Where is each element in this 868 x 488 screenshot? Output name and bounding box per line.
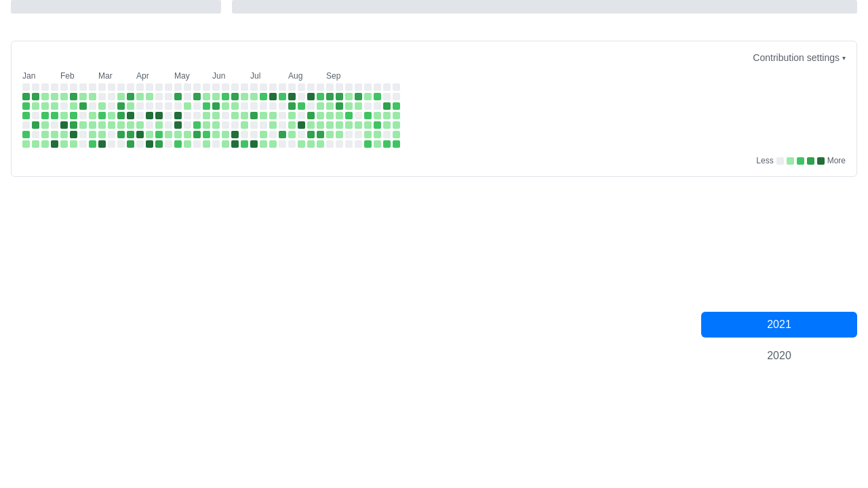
day-cell[interactable] xyxy=(60,131,68,138)
day-cell[interactable] xyxy=(165,121,172,129)
day-cell[interactable] xyxy=(32,83,39,91)
day-cell[interactable] xyxy=(32,102,39,110)
day-cell[interactable] xyxy=(22,83,30,91)
day-cell[interactable] xyxy=(127,83,134,91)
day-cell[interactable] xyxy=(241,93,248,100)
day-cell[interactable] xyxy=(155,102,163,110)
day-cell[interactable] xyxy=(117,112,125,119)
day-cell[interactable] xyxy=(41,83,49,91)
day-cell[interactable] xyxy=(241,140,248,148)
day-cell[interactable] xyxy=(174,140,182,148)
day-cell[interactable] xyxy=(155,83,163,91)
day-cell[interactable] xyxy=(250,83,258,91)
day-cell[interactable] xyxy=(203,140,210,148)
day-cell[interactable] xyxy=(41,140,49,148)
day-cell[interactable] xyxy=(231,112,239,119)
day-cell[interactable] xyxy=(98,93,106,100)
day-cell[interactable] xyxy=(298,102,305,110)
day-cell[interactable] xyxy=(336,93,343,100)
day-cell[interactable] xyxy=(51,140,58,148)
day-cell[interactable] xyxy=(355,140,362,148)
day-cell[interactable] xyxy=(317,121,324,129)
day-cell[interactable] xyxy=(79,112,87,119)
day-cell[interactable] xyxy=(269,121,277,129)
day-cell[interactable] xyxy=(231,102,239,110)
day-cell[interactable] xyxy=(364,140,372,148)
day-cell[interactable] xyxy=(355,131,362,138)
day-cell[interactable] xyxy=(155,93,163,100)
day-cell[interactable] xyxy=(288,83,296,91)
day-cell[interactable] xyxy=(288,131,296,138)
day-cell[interactable] xyxy=(317,93,324,100)
day-cell[interactable] xyxy=(241,131,248,138)
day-cell[interactable] xyxy=(165,131,172,138)
day-cell[interactable] xyxy=(212,140,220,148)
day-cell[interactable] xyxy=(108,102,115,110)
day-cell[interactable] xyxy=(203,131,210,138)
day-cell[interactable] xyxy=(317,112,324,119)
day-cell[interactable] xyxy=(22,93,30,100)
day-cell[interactable] xyxy=(307,131,315,138)
day-cell[interactable] xyxy=(231,131,239,138)
day-cell[interactable] xyxy=(222,93,229,100)
day-cell[interactable] xyxy=(250,93,258,100)
day-cell[interactable] xyxy=(383,121,391,129)
day-cell[interactable] xyxy=(89,112,96,119)
day-cell[interactable] xyxy=(317,131,324,138)
day-cell[interactable] xyxy=(355,83,362,91)
day-cell[interactable] xyxy=(79,83,87,91)
day-cell[interactable] xyxy=(222,112,229,119)
day-cell[interactable] xyxy=(355,112,362,119)
day-cell[interactable] xyxy=(165,93,172,100)
day-cell[interactable] xyxy=(22,131,30,138)
day-cell[interactable] xyxy=(336,102,343,110)
day-cell[interactable] xyxy=(193,112,201,119)
day-cell[interactable] xyxy=(212,121,220,129)
day-cell[interactable] xyxy=(146,93,153,100)
day-cell[interactable] xyxy=(22,102,30,110)
day-cell[interactable] xyxy=(260,140,267,148)
day-cell[interactable] xyxy=(70,83,77,91)
day-cell[interactable] xyxy=(288,112,296,119)
day-cell[interactable] xyxy=(89,102,96,110)
day-cell[interactable] xyxy=(41,121,49,129)
day-cell[interactable] xyxy=(108,131,115,138)
day-cell[interactable] xyxy=(326,93,334,100)
day-cell[interactable] xyxy=(241,112,248,119)
day-cell[interactable] xyxy=(79,93,87,100)
day-cell[interactable] xyxy=(222,140,229,148)
day-cell[interactable] xyxy=(393,102,400,110)
day-cell[interactable] xyxy=(383,112,391,119)
day-cell[interactable] xyxy=(317,83,324,91)
day-cell[interactable] xyxy=(212,93,220,100)
day-cell[interactable] xyxy=(298,112,305,119)
day-cell[interactable] xyxy=(364,102,372,110)
day-cell[interactable] xyxy=(51,131,58,138)
day-cell[interactable] xyxy=(60,112,68,119)
day-cell[interactable] xyxy=(355,93,362,100)
day-cell[interactable] xyxy=(127,102,134,110)
day-cell[interactable] xyxy=(203,93,210,100)
day-cell[interactable] xyxy=(336,83,343,91)
day-cell[interactable] xyxy=(345,112,353,119)
day-cell[interactable] xyxy=(326,140,334,148)
day-cell[interactable] xyxy=(193,121,201,129)
day-cell[interactable] xyxy=(70,112,77,119)
day-cell[interactable] xyxy=(345,140,353,148)
day-cell[interactable] xyxy=(89,93,96,100)
day-cell[interactable] xyxy=(203,121,210,129)
day-cell[interactable] xyxy=(98,131,106,138)
day-cell[interactable] xyxy=(146,121,153,129)
day-cell[interactable] xyxy=(269,140,277,148)
day-cell[interactable] xyxy=(165,112,172,119)
day-cell[interactable] xyxy=(89,121,96,129)
day-cell[interactable] xyxy=(89,131,96,138)
day-cell[interactable] xyxy=(241,102,248,110)
day-cell[interactable] xyxy=(393,131,400,138)
day-cell[interactable] xyxy=(155,112,163,119)
day-cell[interactable] xyxy=(32,140,39,148)
day-cell[interactable] xyxy=(374,83,381,91)
day-cell[interactable] xyxy=(203,102,210,110)
day-cell[interactable] xyxy=(393,140,400,148)
day-cell[interactable] xyxy=(51,93,58,100)
